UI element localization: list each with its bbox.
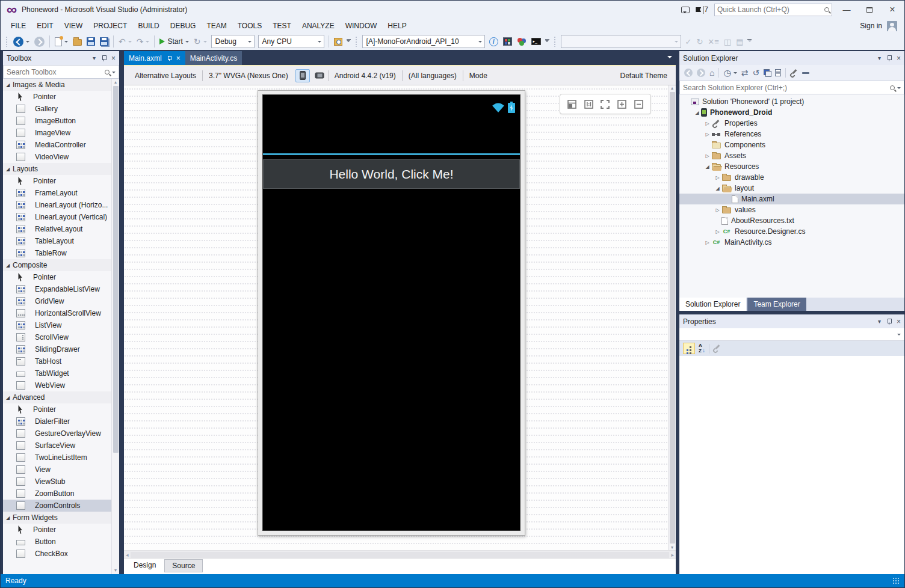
editor-horizontal-scrollbar[interactable]: ◂▸: [124, 550, 676, 559]
toolbox-item-horizontalscrollview[interactable]: HorizontalScrollView: [3, 307, 111, 319]
save-button[interactable]: [85, 34, 96, 49]
theme-selector[interactable]: Default Theme: [620, 72, 672, 80]
android-version-selector[interactable]: Android 4.4.2 (v19): [329, 72, 402, 80]
refresh-icon[interactable]: ↺: [752, 69, 759, 77]
empty-combo[interactable]: [561, 35, 681, 48]
console-button[interactable]: ▸_: [530, 34, 542, 49]
pin-icon[interactable]: [886, 319, 892, 324]
toolbar-overflow-button[interactable]: [747, 39, 752, 44]
actual-size-icon[interactable]: [584, 100, 593, 109]
menu-debug[interactable]: DEBUG: [165, 19, 202, 33]
toolbox-item-pointer[interactable]: Pointer: [3, 524, 111, 536]
pin-icon[interactable]: [167, 56, 171, 61]
tree-item-phoneword-droid[interactable]: ◢Phoneword_Droid: [679, 107, 904, 118]
toolbox-item-videoview[interactable]: VideoView: [3, 151, 111, 163]
toolbox-item-tabhost[interactable]: TabHost: [3, 355, 111, 367]
fit-layout-icon[interactable]: [567, 100, 576, 109]
tab-solution-explorer[interactable]: Solution Explorer: [679, 298, 746, 311]
toolbox-item-gestureoverlayview[interactable]: GestureOverlayView: [3, 427, 111, 439]
expander-icon[interactable]: ▷: [714, 175, 721, 180]
find-in-files-button[interactable]: [333, 34, 344, 49]
toolbox-item-tablerow[interactable]: TableRow: [3, 247, 111, 259]
home-icon[interactable]: ⌂: [709, 69, 714, 77]
back-icon[interactable]: [684, 69, 693, 77]
toolbox-item-mediacontroller[interactable]: MediaController: [3, 139, 111, 151]
zoom-out-icon[interactable]: [634, 100, 643, 109]
alphabetical-sort-icon[interactable]: AZ: [699, 343, 705, 354]
maximize-button[interactable]: [861, 4, 878, 16]
close-icon[interactable]: ×: [897, 54, 901, 63]
expander-icon[interactable]: ◢: [714, 186, 721, 191]
scrollbar-track[interactable]: [131, 552, 670, 558]
close-icon[interactable]: ×: [897, 317, 901, 326]
tab-source[interactable]: Source: [164, 559, 203, 572]
menu-file[interactable]: FILE: [5, 19, 31, 33]
toolbox-item-imagebutton[interactable]: ImageButton: [3, 115, 111, 127]
window-position-icon[interactable]: ▾: [878, 55, 881, 61]
toolbox-section-advanced[interactable]: ◢Advanced: [3, 391, 111, 403]
tab-well-dropdown-icon[interactable]: [667, 56, 672, 61]
expander-icon[interactable]: ◢: [703, 164, 711, 170]
tree-item-mainactivity-cs[interactable]: ▷C#MainActivity.cs: [679, 237, 904, 248]
mode-selector[interactable]: Mode: [463, 72, 493, 80]
tree-item-references[interactable]: ▷References: [679, 129, 904, 139]
menu-view[interactable]: VIEW: [59, 19, 88, 33]
close-icon[interactable]: ×: [111, 54, 116, 63]
start-debug-button[interactable]: Start: [158, 34, 190, 49]
landscape-button[interactable]: [312, 69, 327, 82]
window-position-icon[interactable]: ▾: [878, 318, 881, 325]
pending-changes-icon[interactable]: ◷: [723, 69, 737, 77]
toolbar-grip[interactable]: [554, 36, 557, 47]
toolbox-item-slidingdrawer[interactable]: SlidingDrawer: [3, 343, 111, 355]
toolbox-item-linearlayout-vertical[interactable]: LinearLayout (Vertical): [3, 211, 111, 223]
menu-test[interactable]: TEST: [267, 19, 297, 33]
fit-screen-icon[interactable]: [601, 100, 610, 109]
toolbox-item-gridview[interactable]: GridView: [3, 295, 111, 307]
sync-icon[interactable]: ⇄: [741, 69, 749, 77]
categorized-icon[interactable]: [683, 343, 695, 354]
toolbox-item-button[interactable]: Button: [3, 536, 111, 548]
tab-team-explorer[interactable]: Team Explorer: [747, 298, 806, 311]
toolbox-item-zoomcontrols[interactable]: ZoomControls: [3, 500, 111, 512]
design-surface[interactable]: Hello World, Click Me!: [124, 85, 668, 550]
scrollbar-thumb[interactable]: [670, 92, 675, 544]
toolbox-item-pointer[interactable]: Pointer: [3, 91, 111, 103]
tree-item-solution-phoneword-1-project[interactable]: Solution 'Phoneword' (1 project): [679, 96, 904, 107]
toolbox-item-pointer[interactable]: Pointer: [3, 271, 111, 283]
toolbox-item-pointer[interactable]: Pointer: [3, 403, 111, 415]
solution-configurations-combo[interactable]: Debug: [211, 35, 255, 48]
properties-icon[interactable]: [790, 69, 798, 77]
toolbox-item-twolinelistitem[interactable]: TwoLineListItem: [3, 452, 111, 464]
quick-launch-box[interactable]: [714, 4, 832, 16]
tab-main-axml[interactable]: Main.axml ×: [124, 51, 185, 65]
toolbox-item-listview[interactable]: ListView: [3, 319, 111, 331]
toolbox-section-images-media[interactable]: ◢Images & Media: [3, 79, 111, 91]
search-options-caret[interactable]: [112, 72, 116, 75]
resize-grip[interactable]: [892, 577, 900, 584]
tree-item-values[interactable]: ▷values: [679, 204, 904, 215]
portrait-button[interactable]: [295, 69, 310, 82]
menu-project[interactable]: PROJECT: [88, 19, 132, 33]
menu-team[interactable]: TEAM: [201, 19, 232, 33]
expander-icon[interactable]: ▷: [703, 153, 711, 159]
preview-icon[interactable]: [802, 72, 809, 74]
toolbar-grip[interactable]: [355, 36, 358, 47]
tree-item-aboutresources-txt[interactable]: AboutResources.txt: [679, 215, 904, 226]
redo-button[interactable]: ↷: [135, 34, 151, 49]
scrollbar-thumb[interactable]: [113, 86, 119, 453]
expander-icon[interactable]: ▷: [714, 207, 721, 213]
device-log-button[interactable]: [502, 34, 513, 49]
property-pages-icon[interactable]: [713, 345, 721, 352]
tree-item-resources[interactable]: ◢Resources: [679, 161, 904, 172]
close-button[interactable]: ×: [884, 4, 901, 16]
properties-header[interactable]: Properties ▾ ×: [679, 314, 904, 328]
toolbar-overflow-button[interactable]: [347, 39, 351, 44]
toolbar-overflow-button[interactable]: [545, 39, 549, 44]
collapse-all-icon[interactable]: [764, 69, 771, 76]
toolbox-item-tabwidget[interactable]: TabWidget: [3, 367, 111, 379]
navigate-forward-button[interactable]: [33, 34, 46, 49]
tab-mainactivity-cs[interactable]: MainActivity.cs: [185, 51, 242, 65]
minimize-button[interactable]: —: [838, 4, 855, 16]
toolbox-item-pointer[interactable]: Pointer: [3, 175, 111, 187]
language-selector[interactable]: (All languages): [403, 72, 463, 80]
